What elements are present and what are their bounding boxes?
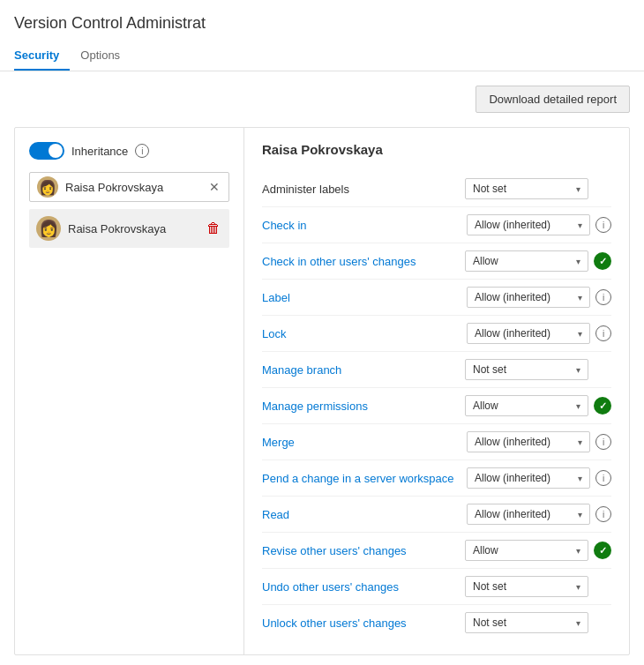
perm-control-check-in-others: Allow▾ [465,250,611,272]
perm-control-unlock-others: Not set▾ [465,612,611,633]
perm-select-unlock-others[interactable]: Not set▾ [465,612,588,633]
perm-info-icon-read[interactable]: i [595,506,611,522]
perm-label-administer-labels: Administer labels [262,183,456,196]
chevron-down-icon: ▾ [578,510,582,519]
perm-control-label: Allow (inherited)▾i [467,287,611,308]
perm-info-icon-lock[interactable]: i [595,325,611,341]
perm-select-text-lock: Allow (inherited) [475,327,573,340]
permission-row-unlock-others: Unlock other users' changesNot set▾ [262,605,611,640]
perm-select-manage-branch[interactable]: Not set▾ [465,359,588,380]
perm-label-check-in: Check in [262,219,456,232]
perm-label-check-in-others: Check in other users' changes [262,255,456,268]
perm-label-manage-permissions: Manage permissions [262,400,456,413]
perm-label-lock: Lock [262,327,456,340]
perm-control-revise-others: Allow▾ [465,540,611,561]
perm-control-manage-branch: Not set▾ [465,359,611,380]
main-area: Download detailed report Inheritance i 👩… [0,86,644,655]
perm-select-check-in[interactable]: Allow (inherited)▾ [467,214,590,235]
perm-info-icon-merge[interactable]: i [595,434,611,450]
left-panel: Inheritance i 👩 Raisa Pokrovskaya ✕ 👩 Ra… [15,128,244,654]
permission-row-check-in-others: Check in other users' changesAllow▾ [262,243,611,280]
chevron-down-icon: ▾ [578,220,582,230]
tab-security[interactable]: Security [14,41,70,71]
chevron-down-icon: ▾ [578,293,582,303]
perm-select-undo-others[interactable]: Not set▾ [465,576,588,597]
perm-select-text-manage-branch: Not set [473,363,571,376]
chevron-down-icon: ▾ [578,329,582,339]
perm-select-text-administer-labels: Not set [473,183,571,195]
permission-row-merge: MergeAllow (inherited)▾i [262,424,611,460]
user-name: Raisa Pokrovskaya [68,222,205,235]
perm-select-label[interactable]: Allow (inherited)▾ [467,287,590,308]
permission-row-read: ReadAllow (inherited)▾i [262,497,611,533]
perm-select-pend-change[interactable]: Allow (inherited)▾ [467,467,590,489]
tab-bar: Security Options [0,41,644,71]
right-panel: Raisa Pokrovskaya Administer labelsNot s… [244,128,629,654]
chevron-down-icon: ▾ [576,618,580,628]
perm-info-icon-check-in[interactable]: i [595,217,611,233]
perm-select-text-check-in: Allow (inherited) [475,219,573,231]
permission-row-manage-branch: Manage branchNot set▾ [262,352,611,388]
chevron-down-icon: ▾ [576,401,580,411]
perm-select-check-in-others[interactable]: Allow▾ [465,250,588,272]
page-container: Version Control Administrat Security Opt… [0,0,644,665]
chevron-down-icon: ▾ [576,546,580,556]
inheritance-toggle[interactable] [29,142,64,160]
perm-select-text-check-in-others: Allow [473,255,571,267]
chevron-down-icon: ▾ [578,474,582,483]
search-avatar: 👩 [37,176,58,198]
tab-options[interactable]: Options [80,41,131,71]
perm-label-label: Label [262,291,456,304]
perm-select-text-label: Allow (inherited) [475,291,573,303]
perm-control-undo-others: Not set▾ [465,576,611,597]
perm-control-read: Allow (inherited)▾i [467,504,611,525]
perm-select-text-manage-permissions: Allow [473,400,571,412]
perm-control-pend-change: Allow (inherited)▾i [467,467,611,489]
perm-select-revise-others[interactable]: Allow▾ [465,540,588,561]
clear-search-icon[interactable]: ✕ [207,178,221,196]
perm-select-text-read: Allow (inherited) [475,508,573,520]
user-search-box[interactable]: 👩 Raisa Pokrovskaya ✕ [29,172,229,202]
perm-select-administer-labels[interactable]: Not set▾ [465,178,588,199]
chevron-down-icon: ▾ [576,365,580,375]
perm-control-administer-labels: Not set▾ [465,178,611,199]
perm-label-manage-branch: Manage branch [262,363,456,377]
inheritance-info-icon[interactable]: i [135,144,149,158]
perm-control-manage-permissions: Allow▾ [465,395,611,416]
person-title: Raisa Pokrovskaya [262,142,611,157]
chevron-down-icon: ▾ [576,257,580,266]
perm-select-text-unlock-others: Not set [473,616,571,629]
perm-control-lock: Allow (inherited)▾i [467,323,611,344]
user-list-item[interactable]: 👩 Raisa Pokrovskaya 🗑 [29,209,229,248]
permission-row-manage-permissions: Manage permissionsAllow▾ [262,388,611,424]
chevron-down-icon: ▾ [578,437,582,447]
permission-row-lock: LockAllow (inherited)▾i [262,316,611,352]
perm-label-unlock-others: Unlock other users' changes [262,616,456,630]
perm-label-revise-others: Revise other users' changes [262,544,456,557]
perm-select-text-pend-change: Allow (inherited) [475,472,573,484]
permission-row-check-in: Check inAllow (inherited)▾i [262,207,611,243]
toolbar: Download detailed report [14,86,630,113]
permission-row-pend-change: Pend a change in a server workspaceAllow… [262,460,611,497]
perm-select-manage-permissions[interactable]: Allow▾ [465,395,588,416]
perm-select-lock[interactable]: Allow (inherited)▾ [467,323,590,344]
perm-label-undo-others: Undo other users' changes [262,580,456,594]
allow-check-icon [594,542,611,559]
perm-info-icon-pend-change[interactable]: i [595,470,611,486]
download-report-button[interactable]: Download detailed report [476,86,630,113]
perm-label-merge: Merge [262,436,456,449]
permission-row-undo-others: Undo other users' changesNot set▾ [262,569,611,605]
toggle-knob [49,144,63,158]
delete-user-icon[interactable]: 🗑 [205,219,222,238]
chevron-down-icon: ▾ [576,184,580,194]
page-title: Version Control Administrat [0,14,644,41]
perm-select-text-revise-others: Allow [473,544,571,557]
perm-label-read: Read [262,508,456,521]
perm-info-icon-label[interactable]: i [595,289,611,305]
perm-select-text-merge: Allow (inherited) [475,436,573,448]
perm-select-read[interactable]: Allow (inherited)▾ [467,504,590,525]
content-area: Inheritance i 👩 Raisa Pokrovskaya ✕ 👩 Ra… [14,127,630,655]
perm-select-text-undo-others: Not set [473,580,571,593]
perm-select-merge[interactable]: Allow (inherited)▾ [467,431,590,452]
permission-row-administer-labels: Administer labelsNot set▾ [262,171,611,207]
